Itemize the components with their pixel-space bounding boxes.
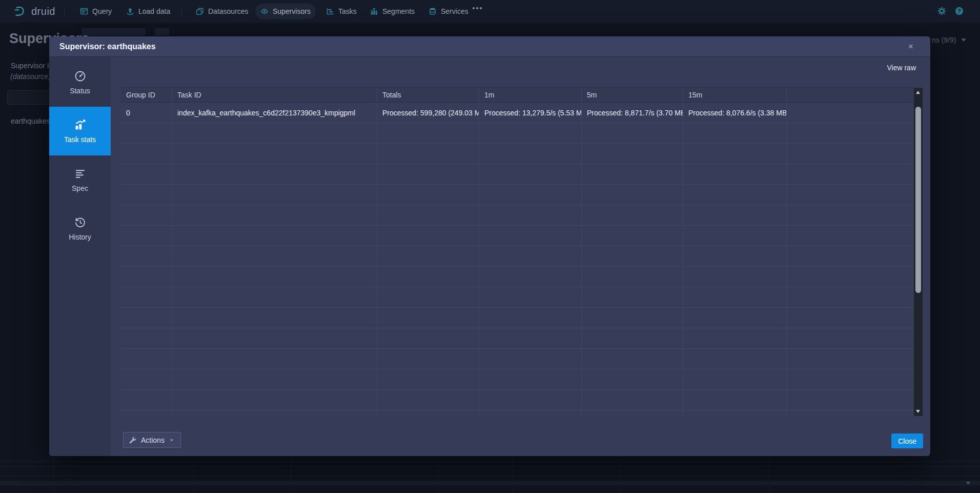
table-row-empty — [121, 185, 914, 205]
tasks-icon — [326, 7, 334, 15]
tab-spec[interactable]: Spec — [49, 155, 111, 204]
bar-chart-trend-icon — [74, 119, 86, 131]
nav-item-label: Segments — [382, 7, 415, 15]
table-row-empty — [121, 226, 914, 246]
scrollbar-thumb[interactable] — [915, 107, 921, 293]
scroll-up-arrow-icon[interactable] — [916, 91, 920, 94]
columns-dropdown-fragment: ns (9/9) — [932, 36, 966, 44]
tab-label: Spec — [72, 184, 88, 192]
nav-item-label: Services — [441, 7, 468, 15]
table-row-empty — [121, 308, 914, 328]
dialog-close-footer-button[interactable]: Close — [891, 433, 923, 448]
top-nav: druid Query Load data Datasources — [0, 0, 980, 23]
cell-5m: Processed: 8,871.7/s (3.70 MB/s) — [582, 103, 683, 123]
nav-item-segments[interactable]: Segments — [365, 4, 420, 19]
druid-console-screen: druid Query Load data Datasources — [0, 0, 980, 493]
table-row-empty — [121, 123, 914, 144]
tab-history[interactable]: History — [49, 204, 111, 253]
dialog-title: Supervisor: earthquakes — [59, 42, 156, 51]
table-row-empty — [121, 349, 914, 369]
header-spacer — [787, 88, 914, 102]
scroll-down-arrow-icon[interactable] — [916, 410, 920, 413]
supervisor-dialog: Supervisor: earthquakes × Status Task st… — [49, 36, 930, 456]
nav-item-datasources[interactable]: Datasources — [191, 4, 254, 19]
cell-task-id: index_kafka_earthquakes_c6d22f2137390e3_… — [172, 103, 377, 123]
vertical-scrollbar[interactable] — [914, 88, 923, 416]
nav-divider — [64, 6, 65, 16]
background-control — [155, 28, 169, 35]
header-task-id: Task ID — [172, 88, 377, 102]
nav-item-label: Load data — [138, 7, 170, 15]
cell-15m: Processed: 8,076.6/s (3.38 MB/s) — [683, 103, 787, 123]
caret-down-icon — [169, 437, 175, 443]
tab-label: Task stats — [64, 135, 96, 144]
table-row-empty — [121, 246, 914, 267]
align-left-icon — [74, 168, 86, 180]
table-row-empty — [121, 164, 914, 185]
view-raw-button[interactable]: View raw — [887, 64, 916, 72]
cell-1m: Processed: 13,279.5/s (5.53 MB/s) — [479, 103, 582, 123]
services-icon — [428, 7, 437, 15]
tab-label: History — [69, 233, 91, 241]
more-menu-button[interactable] — [473, 7, 482, 9]
gear-icon — [937, 7, 946, 15]
table-row-empty — [121, 287, 914, 308]
task-stats-table: Group ID Task ID Totals 1m 5m 15m 0 inde… — [121, 87, 923, 417]
actions-button[interactable]: Actions — [123, 432, 181, 448]
background-control — [81, 28, 146, 35]
header-5m: 5m — [582, 88, 683, 102]
header-group-id: Group ID — [121, 88, 172, 102]
table-row-empty — [121, 267, 914, 287]
header-totals: Totals — [377, 88, 479, 102]
query-icon — [80, 7, 88, 15]
load-data-icon — [126, 7, 134, 15]
nav-item-label: Datasources — [208, 7, 249, 15]
nav-item-query[interactable]: Query — [75, 4, 117, 19]
wrench-icon — [129, 436, 137, 444]
dialog-header: Supervisor: earthquakes — [49, 36, 930, 57]
table-row: 0 index_kafka_earthquakes_c6d22f2137390e… — [121, 103, 914, 123]
tab-task-stats[interactable]: Task stats — [49, 107, 111, 155]
cell-group-id: 0 — [121, 103, 172, 123]
header-15m: 15m — [683, 88, 787, 102]
table-header-row: Group ID Task ID Totals 1m 5m 15m — [121, 87, 914, 103]
dialog-close-button[interactable]: × — [904, 40, 918, 54]
nav-item-load-data[interactable]: Load data — [121, 4, 175, 19]
tab-status[interactable]: Status — [49, 58, 111, 107]
supervisors-icon — [260, 7, 269, 15]
tab-label: Status — [70, 87, 90, 95]
cell-spacer — [787, 103, 914, 123]
dialog-side-tabs: Status Task stats Spec Hi — [49, 57, 111, 456]
nav-item-label: Tasks — [338, 7, 357, 15]
header-1m: 1m — [479, 88, 582, 102]
table-row-empty — [121, 390, 914, 410]
actions-label: Actions — [141, 436, 165, 444]
brand-name: druid — [31, 6, 55, 17]
chevron-down-icon — [961, 38, 966, 42]
help-icon: ? — [955, 7, 964, 15]
segments-icon — [370, 7, 378, 15]
column-header-supervisor-id: Supervisor ID — [11, 62, 54, 70]
nav-item-supervisors[interactable]: Supervisors — [255, 4, 316, 19]
nav-item-label: Supervisors — [273, 7, 311, 15]
dashboard-icon — [74, 70, 86, 82]
more-icon — [473, 7, 475, 9]
table-row-empty — [121, 369, 914, 390]
table-row-empty — [121, 328, 914, 349]
table-row-empty — [121, 144, 914, 164]
nav-item-tasks[interactable]: Tasks — [321, 4, 362, 19]
cell-totals: Processed: 599,280 (249.03 MB) — [377, 103, 479, 123]
background-table-grid — [0, 458, 980, 493]
settings-button[interactable] — [937, 7, 946, 17]
help-button[interactable]: ? — [955, 7, 964, 17]
druid-brand[interactable]: druid — [13, 0, 55, 23]
history-icon — [74, 216, 86, 228]
druid-logo-icon — [13, 5, 27, 18]
nav-item-services[interactable]: Services — [423, 4, 474, 19]
chevron-down-icon — [966, 482, 971, 485]
close-icon: × — [908, 42, 913, 52]
supervisor-row-earthquakes: earthquakes — [11, 117, 50, 125]
column-subheader-datasource: (datasource) — [10, 72, 51, 81]
table-row-empty — [121, 205, 914, 226]
nav-divider — [181, 6, 182, 16]
